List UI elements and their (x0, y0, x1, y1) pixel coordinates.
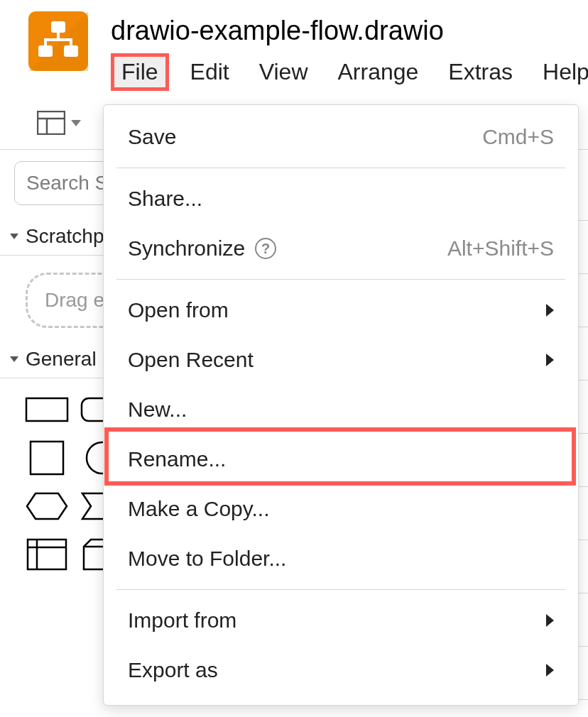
menu-separator (116, 589, 565, 590)
chevron-down-icon (10, 356, 18, 362)
shape-internal-storage[interactable] (24, 537, 70, 571)
menu-item-label: Open Recent (128, 348, 254, 372)
menu-item-label: Rename... (128, 447, 226, 471)
menu-separator (116, 168, 565, 168)
menu-file[interactable]: File (111, 53, 169, 91)
svg-rect-1 (51, 21, 65, 33)
menu-item-label: Export as (128, 658, 218, 682)
chevron-down-icon (10, 234, 18, 239)
submenu-arrow-icon (546, 304, 554, 317)
svg-rect-4 (38, 111, 65, 134)
menu-item-label: New... (128, 398, 187, 422)
svg-rect-7 (26, 398, 67, 421)
menu-item-label: Move to Folder... (128, 547, 286, 571)
help-icon[interactable]: ? (255, 238, 276, 259)
menu-extras[interactable]: Extras (440, 53, 521, 91)
shape-hexagon[interactable] (24, 489, 70, 523)
menu-arrange[interactable]: Arrange (329, 53, 427, 91)
submenu-arrow-icon (546, 664, 554, 677)
menu-edit[interactable]: Edit (182, 53, 238, 91)
menu-item-label: Make a Copy... (128, 497, 270, 521)
file-menu-rename[interactable]: Rename... (104, 434, 578, 484)
file-menu-new[interactable]: New... (104, 385, 578, 434)
chevron-down-icon (71, 120, 81, 126)
submenu-arrow-icon (546, 614, 554, 627)
submenu-arrow-icon (546, 354, 554, 366)
shape-rectangle[interactable] (24, 393, 70, 427)
menubar: File Edit View Arrange Extras Help (111, 53, 588, 91)
file-menu-import-from[interactable]: Import from (104, 596, 578, 645)
menu-item-label: Open from (128, 298, 229, 322)
menu-item-label: Synchronize (128, 236, 245, 261)
menu-item-label: Share... (128, 187, 202, 211)
menu-item-shortcut: Alt+Shift+S (447, 236, 554, 261)
svg-rect-13 (28, 540, 66, 569)
svg-rect-2 (38, 45, 53, 57)
file-menu-export-as[interactable]: Export as (104, 645, 578, 695)
document-title[interactable]: drawio-example-flow.drawio (111, 11, 588, 46)
menu-view[interactable]: View (251, 53, 317, 91)
file-menu-move-to-folder[interactable]: Move to Folder... (104, 534, 578, 584)
general-label: General (26, 348, 97, 371)
file-menu-open-recent[interactable]: Open Recent (104, 335, 578, 385)
file-menu-share[interactable]: Share... (104, 174, 578, 224)
menu-separator (116, 279, 565, 280)
menu-item-shortcut: Cmd+S (482, 125, 554, 149)
app-header: drawio-example-flow.drawio File Edit Vie… (0, 0, 588, 91)
layout-toggle-button[interactable] (30, 106, 88, 139)
svg-rect-9 (31, 442, 63, 474)
svg-rect-3 (64, 45, 78, 57)
menu-help[interactable]: Help (534, 53, 588, 91)
file-menu-make-copy[interactable]: Make a Copy... (104, 484, 578, 534)
svg-marker-11 (27, 493, 67, 519)
shape-square[interactable] (24, 441, 70, 475)
file-menu-save[interactable]: Save Cmd+S (104, 112, 578, 162)
menu-item-label: Import from (128, 608, 236, 633)
file-menu-open-from[interactable]: Open from (104, 285, 578, 335)
file-dropdown-menu: Save Cmd+S Share... Synchronize ? Alt+Sh… (103, 104, 579, 706)
app-logo (28, 11, 88, 71)
file-menu-synchronize[interactable]: Synchronize ? Alt+Shift+S (104, 224, 578, 273)
layout-icon (37, 111, 65, 135)
menu-item-label: Save (128, 125, 176, 149)
